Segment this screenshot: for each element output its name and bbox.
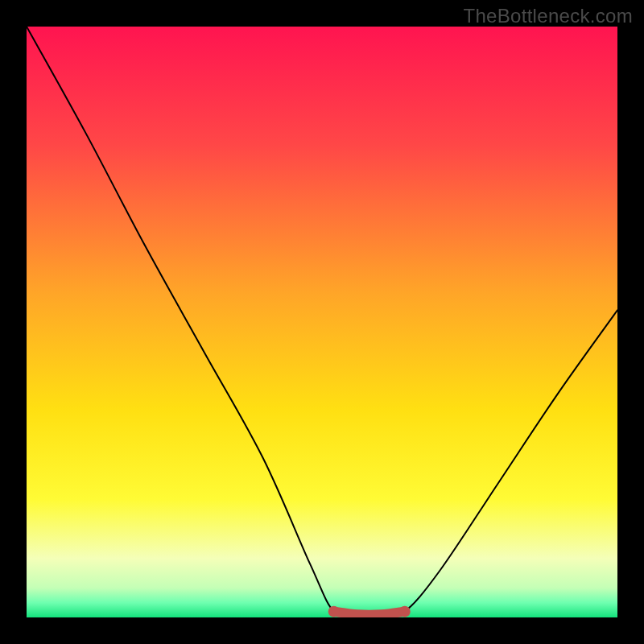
watermark-text: TheBottleneck.com <box>463 5 633 27</box>
svg-point-1 <box>328 606 340 617</box>
svg-point-2 <box>399 606 411 617</box>
optimal-zone-marker <box>27 27 617 617</box>
plot-area <box>27 27 617 617</box>
chart-stage: TheBottleneck.com <box>0 0 644 644</box>
